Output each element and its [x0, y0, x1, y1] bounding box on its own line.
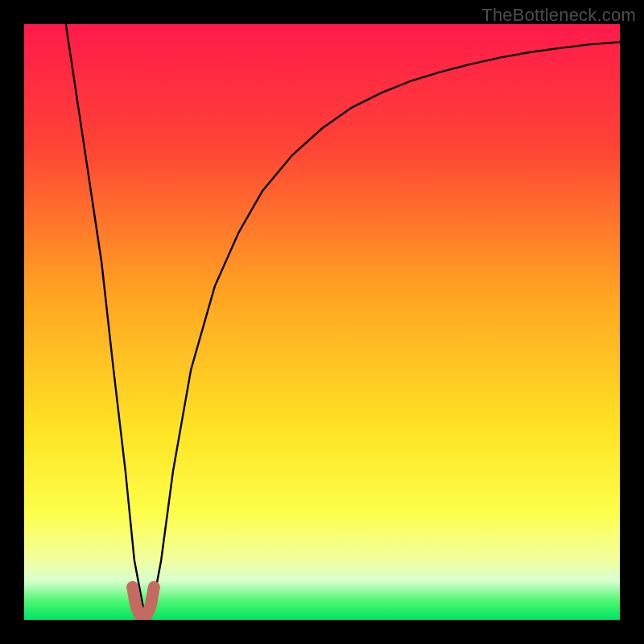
watermark-text: TheBottleneck.com	[481, 5, 636, 26]
optimal-marker	[133, 587, 155, 617]
bottleneck-curve	[66, 24, 620, 608]
chart-svg	[24, 24, 620, 620]
chart-plot-area	[24, 24, 620, 620]
